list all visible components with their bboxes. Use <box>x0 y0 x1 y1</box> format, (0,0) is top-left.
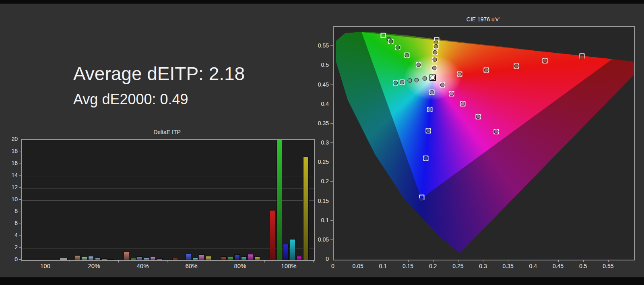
cie-x-tick <box>458 260 458 262</box>
cie-measurement-point <box>432 66 436 70</box>
bar-yellow100 <box>303 157 309 260</box>
bar-red100 <box>270 210 275 260</box>
cie-measurement-point <box>407 78 412 83</box>
cie-measurement-point <box>484 68 489 72</box>
cie-y-tick <box>330 181 333 182</box>
bar-y-tick <box>19 235 21 235</box>
measurement-markers <box>334 27 634 260</box>
deltae-bar-chart <box>21 139 315 261</box>
cie-measurement-point <box>450 91 454 96</box>
bar-yellow40 <box>157 258 163 260</box>
cie-x-tick <box>333 260 333 262</box>
bar-green20 <box>82 257 87 260</box>
cie-y-tick <box>330 220 333 221</box>
cie-x-tick <box>383 260 383 262</box>
cie-measurement-point <box>427 107 432 112</box>
bar-gridline <box>22 176 314 176</box>
cie-measurement-point <box>419 197 423 201</box>
bar-y-tick-label: 8 <box>2 208 18 214</box>
bar-yellow60 <box>206 256 211 260</box>
cie-measurement-point <box>423 76 427 81</box>
cie-measurement-point <box>460 101 465 106</box>
cie-measurement-point <box>423 156 428 160</box>
cie-y-tick-label: 0.5 <box>314 62 329 68</box>
bar-magenta80 <box>248 254 253 260</box>
bar-y-tick-label: 12 <box>2 184 18 190</box>
cie-y-tick <box>330 45 333 46</box>
top-letterbox <box>0 0 644 4</box>
cie-measurement-point <box>543 58 547 63</box>
cie-y-tick <box>330 162 333 162</box>
bar-cyan20 <box>95 258 101 260</box>
cie-measurement-point <box>494 130 499 134</box>
bar-x-tick <box>216 260 216 262</box>
cie-measurement-point <box>580 55 584 60</box>
bar-yellow80 <box>254 256 260 260</box>
bar-y-tick-label: 6 <box>2 220 18 226</box>
bar-x-category-label: 60% <box>175 262 208 269</box>
bar-x-tick <box>264 260 265 262</box>
bar-y-tick <box>19 223 21 223</box>
cie-measurement-point <box>426 129 430 133</box>
cie-measurement-point <box>433 57 437 62</box>
bar-yellow20 <box>108 259 114 260</box>
cie-x-tick <box>408 260 409 262</box>
bar-green40 <box>130 258 136 260</box>
bar-cyan60 <box>192 258 198 260</box>
cie-measurement-point <box>440 83 444 87</box>
bar-magenta100 <box>296 256 302 260</box>
bar-x-tick <box>167 260 167 262</box>
bar-y-tick <box>19 247 21 248</box>
bar-y-tick-label: 14 <box>2 172 18 178</box>
bar-y-tick <box>19 175 21 176</box>
bar-gridline <box>22 152 314 152</box>
bar-red40 <box>124 252 129 260</box>
cie-y-tick-label: 0.45 <box>314 81 329 88</box>
cie-measurement-point <box>417 63 421 67</box>
bar-blue60 <box>186 254 191 260</box>
cie-measurement-point <box>396 45 400 50</box>
cie-measurement-point <box>433 44 438 49</box>
average-de2000-value: Avg dE2000: 0.49 <box>73 91 188 108</box>
bar-x-tick <box>118 260 119 262</box>
bar-y-tick <box>19 163 21 163</box>
bar-y-tick-label: 20 <box>2 136 18 142</box>
bar-x-category-label: 100% <box>273 262 305 269</box>
bar-x-category-label: 20% <box>78 262 110 269</box>
bar-y-tick-label: 4 <box>2 232 18 238</box>
bar-y-tick <box>19 199 21 200</box>
cie-chart-title: CIE 1976 u'v' <box>333 16 633 23</box>
cie-measurement-point <box>394 81 398 85</box>
bar-x-tick <box>21 260 21 262</box>
bar-magenta40 <box>150 257 156 260</box>
average-deitp-value: Average dEITP: 2.18 <box>73 63 245 85</box>
cie-x-tick-label: 0.55 <box>592 263 624 269</box>
cie-x-tick <box>433 260 433 262</box>
bar-y-tick <box>19 259 21 260</box>
bar-chart-title: DeltaE ITP <box>21 129 313 135</box>
bar-y-tick <box>19 187 21 188</box>
cie-y-tick-label: 0.05 <box>314 236 329 243</box>
calibration-report: Average dEITP: 2.18 Avg dE2000: 0.49 Del… <box>0 0 644 285</box>
bar-y-tick-label: 18 <box>2 148 18 154</box>
bar-magenta60 <box>199 254 204 260</box>
bar-red20 <box>75 255 80 260</box>
cie-x-tick <box>558 260 559 262</box>
bar-gridline <box>22 164 314 164</box>
cie-y-tick <box>330 65 333 65</box>
bar-green80 <box>228 257 233 260</box>
cie-measurement-point <box>458 72 462 76</box>
bar-x-tick <box>70 260 70 262</box>
bar-blue80 <box>234 254 240 260</box>
cie-y-tick-label: 0.1 <box>314 217 329 223</box>
bar-y-tick <box>19 151 21 151</box>
bar-magenta20 <box>101 258 107 260</box>
cie-y-tick <box>330 201 333 201</box>
bar-red60 <box>172 258 178 260</box>
bar-cyan100 <box>290 239 295 260</box>
bar-gridline <box>22 200 314 200</box>
cie-measurement-point <box>415 78 419 82</box>
bar-blue20 <box>88 256 94 260</box>
cie-x-tick <box>533 260 533 262</box>
cie-x-tick <box>508 260 508 262</box>
